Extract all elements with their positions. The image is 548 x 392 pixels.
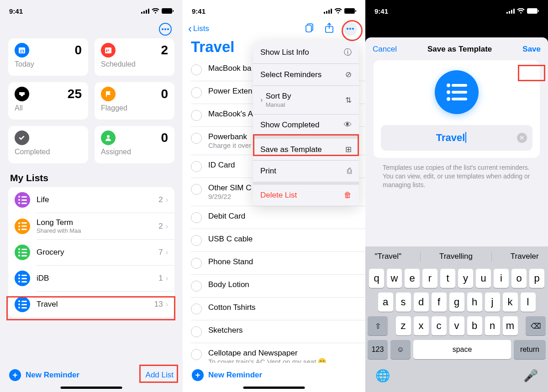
list-count: 13 xyxy=(154,300,163,309)
calendar-icon xyxy=(101,43,116,57)
menu-select-reminders[interactable]: Select Reminders⊘ xyxy=(253,64,359,85)
svg-rect-26 xyxy=(513,9,515,14)
key-e[interactable]: e xyxy=(405,269,420,288)
reminder-row[interactable]: Phone Stand xyxy=(191,252,365,275)
reminder-row[interactable]: Body Lotion xyxy=(191,275,365,298)
reminder-radio[interactable] xyxy=(191,235,202,246)
reminder-row[interactable]: USB C cable xyxy=(191,229,365,252)
list-row[interactable]: Long TermShared with Maa 2 › xyxy=(8,213,174,239)
key-s[interactable]: s xyxy=(396,293,411,312)
reminder-radio[interactable] xyxy=(191,326,202,337)
globe-key[interactable]: 🌐 xyxy=(375,369,390,383)
reminder-title: Body Lotion xyxy=(208,280,357,289)
key-b[interactable]: b xyxy=(467,316,482,335)
share-icon[interactable] xyxy=(324,22,334,35)
key-x[interactable]: x xyxy=(414,316,429,335)
key-c[interactable]: c xyxy=(432,316,447,335)
list-count: 7 xyxy=(158,248,163,257)
reminder-row[interactable]: Sketchers xyxy=(191,320,365,343)
key-v[interactable]: v xyxy=(449,316,464,335)
home-indicator[interactable] xyxy=(243,387,305,389)
list-row[interactable]: Grocery 7 › xyxy=(8,240,174,265)
template-name-value: Travel xyxy=(436,132,465,144)
tile-completed[interactable]: Completed xyxy=(8,126,88,163)
shift-key[interactable]: ⇧ xyxy=(368,316,388,335)
key-y[interactable]: y xyxy=(458,269,473,288)
suggestion[interactable]: "Travel" xyxy=(374,252,401,261)
menu-delete-list[interactable]: Delete List🗑 xyxy=(253,185,359,206)
reminder-row[interactable]: Debit Card xyxy=(191,206,365,229)
new-reminder-button[interactable]: + New Reminder xyxy=(192,369,262,381)
back-button[interactable]: ‹ Lists xyxy=(188,22,209,35)
menu-show-completed[interactable]: Show Completed👁 xyxy=(253,115,359,136)
clear-button[interactable]: ✕ xyxy=(517,133,527,143)
reminder-radio[interactable] xyxy=(191,64,202,75)
reminder-row[interactable]: Cotton Tshirts xyxy=(191,298,365,320)
home-indicator[interactable] xyxy=(61,387,122,389)
reminder-radio[interactable] xyxy=(191,303,202,314)
return-key[interactable]: return xyxy=(514,340,546,359)
reminder-radio[interactable] xyxy=(191,258,202,269)
list-row-travel[interactable]: Travel 13 › xyxy=(8,292,174,317)
dictation-key[interactable]: 🎤 xyxy=(523,369,538,383)
key-i[interactable]: i xyxy=(494,269,509,288)
reminder-radio[interactable] xyxy=(191,212,202,223)
emoji-key[interactable]: ☺ xyxy=(390,340,411,359)
add-list-button[interactable]: Add List xyxy=(146,371,174,380)
reminder-radio[interactable] xyxy=(191,161,202,172)
list-row[interactable]: iDB 1 › xyxy=(8,266,174,291)
tile-today[interactable]: 23 0 Today xyxy=(8,38,88,76)
template-name-field[interactable]: Travel ✕ xyxy=(381,125,532,151)
key-d[interactable]: d xyxy=(414,293,429,312)
reminder-radio[interactable] xyxy=(191,133,202,144)
tile-flagged[interactable]: 0 Flagged xyxy=(95,82,174,120)
key-p[interactable]: p xyxy=(529,269,544,288)
key-n[interactable]: n xyxy=(485,316,500,335)
key-z[interactable]: z xyxy=(396,316,411,335)
menu-save-as-template[interactable]: Save as Template⊞ xyxy=(253,139,359,160)
more-button[interactable] xyxy=(343,22,357,36)
reminder-radio[interactable] xyxy=(191,349,202,360)
key-m[interactable]: m xyxy=(503,316,518,335)
menu-show-list-info[interactable]: Show List Infoⓘ xyxy=(253,41,359,63)
new-reminder-button[interactable]: + New Reminder xyxy=(9,369,79,381)
key-l[interactable]: l xyxy=(521,293,536,312)
reminder-radio[interactable] xyxy=(191,87,202,98)
list-row[interactable]: Life 2 › xyxy=(8,187,174,213)
tile-scheduled[interactable]: 2 Scheduled xyxy=(95,38,174,76)
save-button[interactable]: Save xyxy=(522,45,541,54)
cancel-button[interactable]: Cancel xyxy=(373,45,397,54)
key-j[interactable]: j xyxy=(485,293,500,312)
reminder-radio[interactable] xyxy=(191,281,202,292)
template-list-icon[interactable] xyxy=(435,70,479,114)
space-key[interactable]: space xyxy=(413,340,511,359)
menu-print[interactable]: Print⎙ xyxy=(253,161,359,182)
numbers-key[interactable]: 123 xyxy=(368,340,388,359)
key-g[interactable]: g xyxy=(449,293,464,312)
options-button[interactable] xyxy=(159,23,172,36)
list-name: iDB xyxy=(37,274,158,283)
tile-assigned[interactable]: 0 Assigned xyxy=(95,126,174,163)
backspace-key[interactable]: ⌫ xyxy=(526,316,546,335)
key-q[interactable]: q xyxy=(369,269,384,288)
menu-sort-by[interactable]: ›Sort ByManual ⇅ xyxy=(253,86,359,114)
key-f[interactable]: f xyxy=(432,293,447,312)
reminder-radio[interactable] xyxy=(191,184,202,195)
key-h[interactable]: h xyxy=(467,293,482,312)
key-o[interactable]: o xyxy=(511,269,527,288)
reminder-title: Sketchers xyxy=(208,326,357,335)
key-u[interactable]: u xyxy=(476,269,491,288)
wifi-icon xyxy=(334,7,342,15)
tile-count: 2 xyxy=(161,43,168,57)
key-k[interactable]: k xyxy=(503,293,518,312)
key-w[interactable]: w xyxy=(387,269,402,288)
svg-text:23: 23 xyxy=(20,49,24,53)
reminder-radio[interactable] xyxy=(191,110,202,121)
key-r[interactable]: r xyxy=(422,269,437,288)
key-a[interactable]: a xyxy=(378,293,393,312)
suggestion[interactable]: Travelling xyxy=(439,252,473,261)
badge-icon[interactable] xyxy=(304,22,315,35)
tile-all[interactable]: 25 All xyxy=(8,82,88,120)
suggestion[interactable]: Traveler xyxy=(511,252,539,261)
key-t[interactable]: t xyxy=(440,269,455,288)
